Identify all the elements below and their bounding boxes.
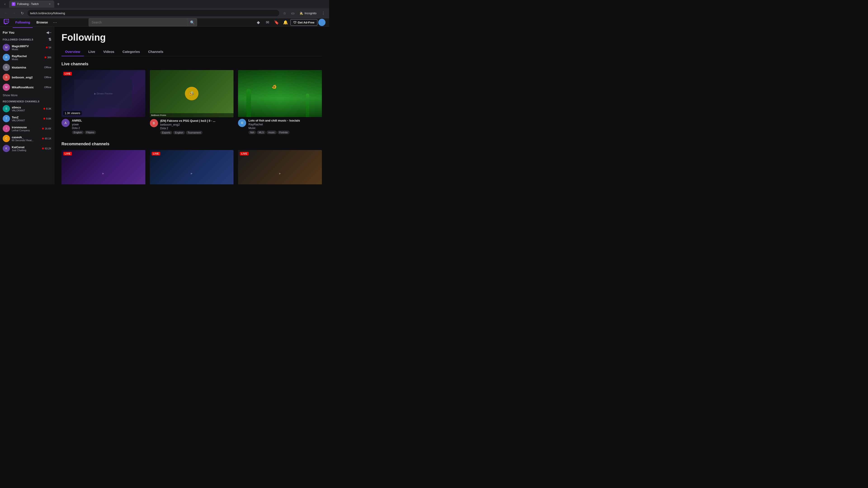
tab-categories[interactable]: Categories: [119, 47, 144, 56]
channel-avatar: S: [3, 105, 10, 112]
bits-button[interactable]: ◆: [254, 18, 262, 26]
tab-overview[interactable]: Overview: [61, 47, 84, 56]
show-more-button[interactable]: Show More: [0, 92, 54, 98]
rec-card-2[interactable]: LIVE ▶: [150, 150, 234, 185]
sidebar: For You ◀─ FOLLOWED CHANNELS ⇅ M Magic89…: [0, 27, 54, 184]
card-game: Music: [248, 127, 322, 130]
forward-button[interactable]: →: [11, 10, 17, 16]
channel-status: Offline: [44, 66, 51, 69]
tag-fortnite[interactable]: Fortnite: [278, 131, 289, 134]
card-avatar: B: [150, 119, 158, 127]
channel-avatar: B: [3, 74, 10, 81]
sort-icon[interactable]: ⇅: [49, 37, 52, 41]
channel-name: betboom_eng2: [12, 76, 42, 79]
channel-status: 9.8K: [43, 117, 51, 120]
tab-videos[interactable]: Videos: [100, 47, 118, 56]
sidebar-item-caseoh[interactable]: C caseoh_ 60 Seconds! Reat... 60.1K: [0, 133, 54, 143]
bookmarks-button[interactable]: 🔖: [272, 18, 281, 26]
channel-avatar: K: [3, 64, 10, 71]
channel-game: Music: [12, 48, 44, 51]
channel-avatar: M: [3, 44, 10, 51]
address-url: twitch.tv/directory/following: [30, 11, 65, 15]
viewers-badge: 1.3K viewers: [63, 111, 82, 115]
channel-name: TenZ: [12, 116, 41, 119]
incognito-badge: 🕵 Incognito: [298, 11, 318, 16]
live-card-rayrachel[interactable]: LIVE 617 viewers 🐠 R: [238, 70, 322, 134]
nav-browse[interactable]: Browse: [34, 19, 51, 26]
address-bar[interactable]: twitch.tv/directory/following: [27, 9, 280, 17]
star-button[interactable]: ☆: [281, 10, 288, 16]
channel-name: kkatamina: [12, 66, 42, 69]
channel-game: Lethal Company: [12, 129, 40, 132]
search-input[interactable]: [92, 21, 185, 24]
sidebar-item-rayrachel[interactable]: R RayRachel Music 386: [0, 53, 54, 62]
card-channel-name: RayRachel: [248, 123, 322, 126]
sidebar-item-magic899tv[interactable]: M Magic899TV Music 54: [0, 42, 54, 53]
card-game: Dota 2: [160, 127, 234, 130]
reload-button[interactable]: ↻: [19, 10, 25, 16]
user-avatar[interactable]: [318, 19, 326, 26]
rec-card-1[interactable]: LIVE ▶: [61, 150, 145, 185]
tag-esports[interactable]: Esports: [160, 131, 172, 134]
channel-avatar: K: [3, 145, 10, 152]
tag-tournament[interactable]: Tournament: [186, 131, 203, 134]
sidebar-item-kaicenat[interactable]: K KaiCenat Just Chatting 63.2K: [0, 143, 54, 153]
new-tab-button[interactable]: +: [55, 1, 61, 7]
get-ad-free-button[interactable]: 🛡 Get Ad-Free: [290, 19, 317, 26]
search-bar[interactable]: 🔍: [89, 18, 197, 26]
tab-favicon: T: [12, 2, 16, 6]
live-channels-title: Live channels: [61, 62, 322, 66]
sidebar-item-betboom[interactable]: B betboom_eng2 Offline: [0, 72, 54, 82]
tag-english[interactable]: English: [173, 131, 185, 134]
search-button[interactable]: 🔍: [188, 19, 197, 26]
channel-name: MikaRoseMusic: [12, 86, 42, 89]
tag-english[interactable]: English: [72, 131, 84, 134]
card-avatar: A: [61, 119, 70, 127]
tab-search-button[interactable]: ▭: [289, 10, 296, 16]
channel-avatar: I: [3, 125, 10, 132]
channel-status: 63.2K: [42, 147, 51, 150]
channel-avatar: C: [3, 135, 10, 142]
live-card-anrel[interactable]: LIVE 1.3K viewers ▶ Stream Preview A ANR…: [61, 70, 145, 134]
card-channel-name: yowe: [72, 123, 145, 126]
active-tab[interactable]: T Following - Twitch ×: [9, 0, 54, 8]
tag-fish[interactable]: fish: [248, 131, 256, 134]
sidebar-item-tenz[interactable]: T TenZ VALORANT 9.8K: [0, 113, 54, 124]
messages-button[interactable]: ✉: [264, 18, 272, 26]
notifications-button[interactable]: 🔔: [281, 18, 289, 26]
nav-more-button[interactable]: ⋯: [52, 19, 58, 26]
channel-status: 8.3K: [43, 107, 51, 110]
sidebar-item-kkatamina[interactable]: K kkatamina Offline: [0, 62, 54, 72]
tab-close-icon[interactable]: ×: [48, 2, 52, 6]
rec-card-3[interactable]: LIVE ▶: [238, 150, 322, 185]
tag-filipino[interactable]: Filipino: [85, 131, 96, 134]
channel-avatar: T: [3, 115, 10, 122]
tag-music[interactable]: music: [267, 131, 277, 134]
sidebar-item-s0mcs[interactable]: S s0mcs VALORANT 8.3K: [0, 104, 54, 113]
tab-channels[interactable]: Channels: [145, 47, 167, 56]
live-channels-grid: LIVE 1.3K viewers ▶ Stream Preview A ANR…: [61, 70, 322, 134]
collapse-icon[interactable]: ◀─: [46, 30, 51, 35]
sidebar-item-mikarosemusic[interactable]: M MikaRoseMusic Offline: [0, 82, 54, 92]
channel-game: 60 Seconds! Reat...: [12, 139, 40, 142]
tab-title: Following - Twitch: [17, 2, 46, 6]
channel-game: Just Chatting: [12, 149, 40, 152]
live-badge: LIVE: [152, 152, 160, 156]
sidebar-item-ironmouse[interactable]: I ironmouse Lethal Company 16.6K: [0, 124, 54, 133]
chrome-menu-button[interactable]: ⋮: [320, 10, 327, 16]
channel-status: Offline: [44, 86, 51, 89]
channel-status: 54: [46, 46, 51, 49]
twitch-logo[interactable]: [4, 19, 9, 26]
nav-following[interactable]: Following: [13, 19, 33, 26]
card-stream-title: ANREL: [72, 119, 145, 122]
tab-live[interactable]: Live: [85, 47, 99, 56]
card-game: Dota 2: [72, 127, 145, 130]
back-button[interactable]: ←: [3, 10, 9, 16]
incognito-icon: 🕵: [300, 11, 303, 15]
tag-mls[interactable]: MLS: [257, 131, 266, 134]
live-card-betboom[interactable]: LIVE 1.9K viewers 🐝 BetBoom Promo B (EN)…: [150, 70, 234, 134]
card-stream-title: (EN) Falcons vs PSG Quest | bo3 ( 0 - ..…: [160, 119, 234, 123]
tab-back-button[interactable]: ‹: [2, 1, 8, 7]
live-badge: LIVE: [63, 72, 72, 75]
channel-name: caseoh_: [12, 135, 40, 139]
